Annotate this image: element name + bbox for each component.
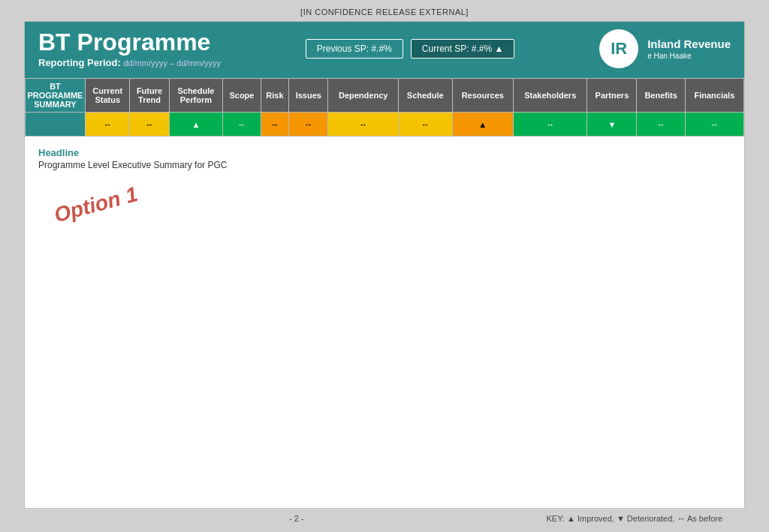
col-header-benefits: Benefits: [637, 79, 685, 113]
col-header-current-status: CurrentStatus: [86, 79, 130, 113]
cell-dependency: ↔: [328, 113, 399, 137]
col-header-scope: Scope: [223, 79, 261, 113]
sp-buttons: Previous SP: #.#% Current SP: #.#% ▲: [306, 39, 515, 59]
footer-page-number: - 2 -: [47, 514, 546, 523]
col-header-partners: Partners: [587, 79, 637, 113]
cell-resources: ▲: [452, 113, 513, 137]
table-section: BT PROGRAMME SUMMARY CurrentStatus Futur…: [25, 76, 744, 137]
col-header-schedule-perform: SchedulePerform: [169, 79, 223, 113]
col-header-financials: Financials: [685, 79, 743, 113]
col-header-issues: Issues: [289, 79, 328, 113]
col-header-dependency: Dependency: [328, 79, 399, 113]
cell-risk: ↔: [261, 113, 289, 137]
page-wrapper: BT Programme Reporting Period: dd/mm/yyy…: [24, 21, 745, 509]
row-label-bt-summary: [26, 113, 86, 137]
reporting-period-value: dd/mm/yyyy – dd/mm/yyyy: [123, 59, 221, 68]
cell-financials: ↔: [685, 113, 743, 137]
previous-sp-button[interactable]: Previous SP: #.#%: [306, 39, 403, 59]
footer-key: KEY: ▲ Improved, ▼ Deteriorated, ↔ As be…: [546, 514, 722, 523]
option-watermark: Option 1: [52, 182, 140, 227]
col-header-stakeholders: Stakeholders: [514, 79, 587, 113]
logo-circle: IR: [599, 29, 638, 68]
col-header-resources: Resources: [452, 79, 513, 113]
logo-text-block: Inland Revenue e Han Haake: [647, 37, 731, 62]
cell-stakeholders: ↔: [514, 113, 587, 137]
headline-section: Headline Programme Level Executive Summa…: [25, 137, 744, 178]
headline-title: Headline: [38, 147, 731, 158]
confidential-label: [IN CONFIDENCE RELEASE EXTERNAL]: [300, 8, 469, 17]
cell-partners: ▼: [587, 113, 637, 137]
logo-name: Inland Revenue: [647, 37, 731, 52]
col-header-risk: Risk: [261, 79, 289, 113]
cell-current-status: ↔: [86, 113, 130, 137]
content-area: Option 1: [25, 178, 744, 508]
logo-icon: IR: [611, 39, 627, 59]
cell-issues: ↔: [289, 113, 328, 137]
cell-benefits: ↔: [637, 113, 685, 137]
reporting-period: Reporting Period: dd/mm/yyyy – dd/mm/yyy…: [38, 57, 221, 68]
col-header-future-trend: FutureTrend: [130, 79, 169, 113]
summary-table: BT PROGRAMME SUMMARY CurrentStatus Futur…: [25, 78, 744, 137]
current-sp-button[interactable]: Current SP: #.#% ▲: [411, 39, 515, 59]
reporting-period-label: Reporting Period:: [38, 57, 121, 68]
programme-title: BT Programme: [38, 29, 221, 56]
header-logo: IR Inland Revenue e Han Haake: [599, 29, 731, 68]
footer: - 2 - KEY: ▲ Improved, ▼ Deteriorated, ↔…: [24, 509, 745, 527]
cell-schedule: ↔: [398, 113, 452, 137]
col-header-schedule: Schedule: [398, 79, 452, 113]
header: BT Programme Reporting Period: dd/mm/yyy…: [25, 22, 744, 76]
headline-text: Programme Level Executive Summary for PG…: [38, 160, 731, 170]
col-header-bt-programme: BT PROGRAMME SUMMARY: [26, 79, 86, 113]
header-left: BT Programme Reporting Period: dd/mm/yyy…: [38, 29, 221, 68]
cell-schedule-perform: ▲: [169, 113, 223, 137]
cell-future-trend: ↔: [130, 113, 169, 137]
logo-subname: e Han Haake: [647, 51, 731, 61]
cell-scope: ↔: [223, 113, 261, 137]
